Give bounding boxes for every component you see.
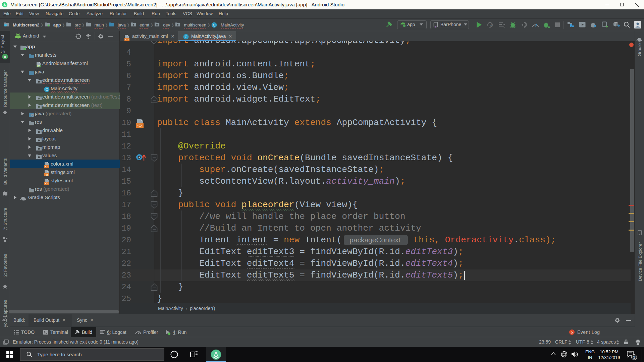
svg-text:C: C — [185, 35, 187, 39]
svg-text:A: A — [490, 24, 492, 27]
svg-text:MF: MF — [37, 65, 40, 67]
svg-text:C: C — [46, 87, 48, 91]
svg-text:<>: <> — [125, 38, 128, 42]
svg-text:<>: <> — [138, 124, 142, 128]
svg-text:C: C — [213, 23, 216, 27]
